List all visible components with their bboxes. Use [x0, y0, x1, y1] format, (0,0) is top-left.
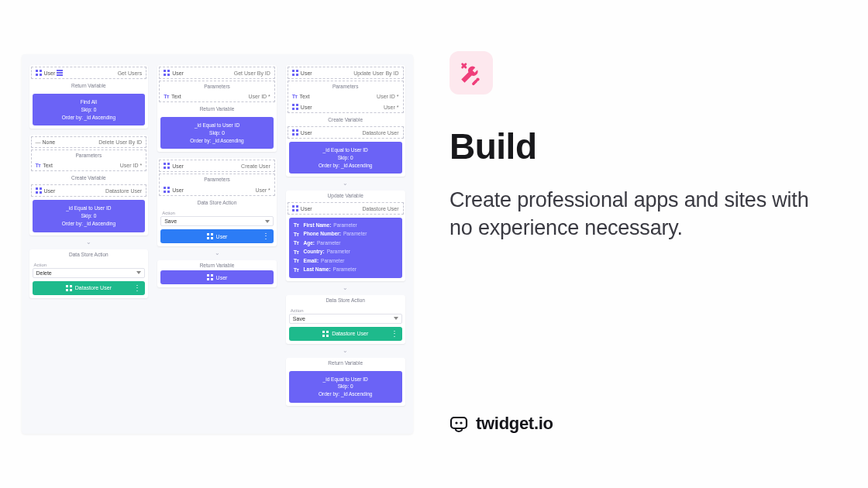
card-title: Delete User By ID: [98, 139, 142, 145]
query-block[interactable]: _id Equal to User ID Skip: 0 Order by: _…: [33, 200, 146, 232]
svg-rect-1: [451, 418, 467, 428]
grid-icon: [66, 285, 72, 291]
text-icon: Tт: [294, 256, 299, 266]
text-icon: Tт: [294, 239, 299, 248]
query-block[interactable]: _id Equal to User ID Skip: 0 Order by: _…: [289, 142, 402, 174]
more-icon[interactable]: ⋮: [391, 332, 398, 335]
grid-icon: [36, 70, 42, 76]
card-title: Create User: [241, 163, 270, 169]
card-return-variable-2[interactable]: Return Variable _id Equal to User ID Ski…: [286, 358, 405, 406]
entity-label: User: [44, 70, 56, 76]
card-delete-user[interactable]: — None Delete User By ID Parameters TтTe…: [29, 135, 149, 235]
brand-logo-icon: [450, 414, 468, 433]
card-update-variable[interactable]: Update Variable User Datastore User TтFi…: [286, 191, 405, 280]
svg-point-2: [455, 421, 457, 424]
grid-icon: [292, 129, 298, 136]
card-get-user-by-id[interactable]: User Get User By ID Parameters TтText Us…: [157, 65, 277, 152]
user-button[interactable]: User: [160, 270, 274, 284]
query-block[interactable]: Find All Skip: 0 Order by: _id Ascending: [33, 94, 146, 125]
card-title: Get User By ID: [234, 70, 270, 76]
datastore-user-button[interactable]: Datastore User ⋮: [33, 281, 146, 295]
card-update-user[interactable]: User Update User By ID Parameters TтText…: [286, 65, 405, 177]
card-datastore-action-save[interactable]: Data Store Action Action Save Datastore …: [286, 295, 405, 344]
text-icon: Tт: [294, 266, 299, 275]
page-title: Build: [450, 125, 822, 167]
chevron-down-icon: [394, 317, 398, 320]
svg-point-3: [460, 421, 462, 424]
connector-icon: ⌄: [286, 180, 405, 187]
grid-icon: [164, 187, 170, 193]
text-icon: Tт: [164, 94, 169, 99]
section-label: Parameters: [32, 150, 146, 160]
action-select[interactable]: Delete: [33, 268, 146, 278]
section-label: Create Variable: [29, 173, 149, 183]
text-icon: Tт: [294, 230, 299, 239]
entity-label: None: [42, 139, 55, 145]
user-button[interactable]: User ⋮: [160, 229, 274, 243]
connector-icon: ⌄: [157, 250, 277, 256]
card-datastore-action-delete[interactable]: Data Store Action Action Delete Datastor…: [29, 249, 149, 298]
text-icon: Tт: [294, 248, 299, 257]
query-block[interactable]: _id Equal to User ID Skip: 0 Order by: _…: [160, 117, 274, 149]
section-label: Data Store Action: [29, 249, 149, 259]
chevron-down-icon: [136, 271, 141, 274]
grid-icon: [322, 331, 329, 337]
query-block[interactable]: _id Equal to User ID Skip: 0 Order by: _…: [289, 371, 402, 403]
builder-canvas: User Get Users Return Variable Find All …: [22, 54, 413, 434]
connector-icon: ⌄: [286, 348, 405, 354]
brand: twidget.io: [450, 414, 822, 434]
text-icon: Tт: [36, 163, 41, 168]
card-title: Get Users: [118, 70, 143, 76]
more-icon[interactable]: ⋮: [133, 287, 140, 290]
grid-icon: [164, 70, 170, 76]
text-icon: Tт: [292, 94, 298, 99]
brand-name: twidget.io: [476, 414, 553, 434]
connector-icon: ⌄: [286, 285, 405, 291]
text-icon: Tт: [294, 221, 299, 230]
section-label: Return Variable: [29, 81, 149, 91]
grid-icon: [207, 274, 213, 280]
chevron-down-icon: [265, 220, 270, 223]
connector-icon: ⌄: [29, 239, 149, 246]
grid-icon: [292, 70, 298, 76]
datastore-user-button[interactable]: Datastore User ⋮: [289, 327, 402, 341]
grid-icon: [164, 163, 170, 169]
grid-icon: [292, 205, 298, 211]
tools-icon: [450, 51, 493, 95]
grid-icon: [207, 233, 213, 239]
card-title: Update User By ID: [353, 70, 398, 76]
page-subtitle: Create professional apps and sites with …: [450, 186, 822, 242]
more-icon[interactable]: ⋮: [262, 235, 269, 238]
action-select[interactable]: Save: [289, 314, 402, 324]
list-icon: [57, 70, 63, 76]
field-label: Action: [33, 262, 146, 268]
field-mapping[interactable]: TтFirst Name: Parameter TтPhone Number: …: [289, 218, 402, 277]
grid-icon: [292, 104, 298, 110]
action-select[interactable]: Save: [160, 216, 274, 226]
card-return-variable[interactable]: Return Variable User: [157, 260, 277, 287]
card-get-users[interactable]: User Get Users Return Variable Find All …: [29, 65, 149, 129]
grid-icon: [36, 187, 42, 194]
card-create-user[interactable]: User Create User Parameters User User * …: [157, 158, 277, 246]
